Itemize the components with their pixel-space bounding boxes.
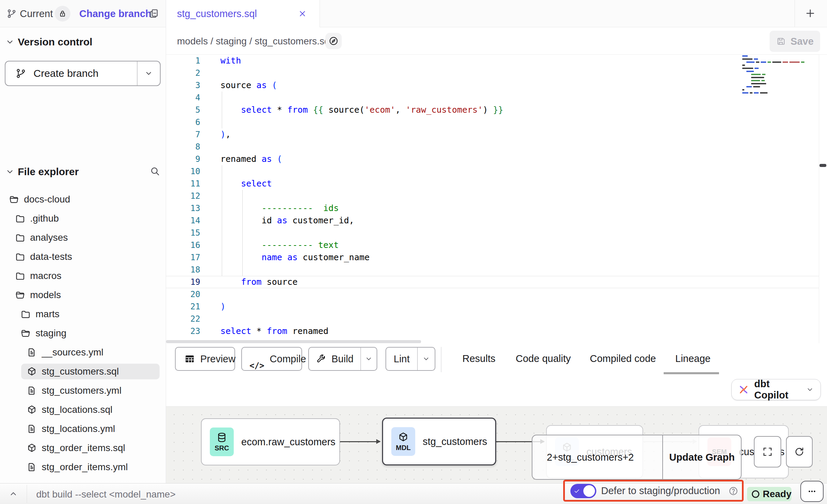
file-tree-item--github[interactable]: .github bbox=[0, 209, 166, 228]
code-line-10: 10 bbox=[166, 165, 827, 178]
new-tab-plus-icon[interactable] bbox=[804, 8, 816, 19]
compile-button[interactable]: </> Compile bbox=[241, 347, 302, 371]
lock-icon bbox=[58, 9, 67, 18]
file-tree-item-stg-locations-yml[interactable]: stg_locations.yml bbox=[0, 419, 166, 438]
tree-item-label: .github bbox=[30, 213, 59, 224]
lint-button[interactable]: Lint bbox=[385, 347, 435, 371]
line-number: 20 bbox=[166, 288, 200, 300]
file-tree-item-staging[interactable]: staging bbox=[0, 324, 166, 343]
cube-icon bbox=[27, 405, 37, 415]
file-tree-item-marts[interactable]: marts bbox=[0, 305, 166, 324]
defer-toggle[interactable] bbox=[570, 484, 596, 498]
line-number: 19 bbox=[166, 276, 200, 288]
cli-command-input[interactable]: dbt build --select <model_name> bbox=[36, 489, 176, 500]
file-tree-item--sources-yml[interactable]: __sources.yml bbox=[0, 343, 166, 362]
create-branch-dropdown[interactable] bbox=[137, 61, 160, 85]
chevron-down-icon bbox=[145, 69, 153, 78]
code-text: select * from renamed bbox=[220, 325, 328, 337]
preview-button[interactable]: Preview bbox=[175, 347, 235, 371]
version-control-collapse-icon[interactable] bbox=[5, 38, 14, 46]
code-line-20: 20 bbox=[166, 288, 827, 300]
code-text: ---------- text bbox=[220, 239, 339, 251]
close-icon[interactable] bbox=[298, 9, 307, 18]
tree-item-label: stg_locations.yml bbox=[42, 424, 115, 434]
line-number: 22 bbox=[166, 313, 200, 325]
code-text: id as customer_id, bbox=[220, 214, 354, 227]
file-tree-item-stg-customers-yml[interactable]: stg_customers.yml bbox=[0, 381, 166, 400]
file-tree-item-data-tests[interactable]: data-tests bbox=[0, 247, 166, 266]
code-editor[interactable]: 1with23source as (45 select * from {{ so… bbox=[166, 55, 827, 345]
tab-stg-customers-sql[interactable]: stg_customers.sql bbox=[166, 0, 320, 27]
minimap-row bbox=[742, 92, 819, 94]
code-line-15: 15 bbox=[166, 227, 827, 239]
file-tree-item-stg-customers-sql[interactable]: stg_customers.sql bbox=[0, 362, 166, 381]
tab-results[interactable]: Results bbox=[462, 353, 496, 364]
code-line-11: 11 select bbox=[166, 178, 827, 190]
editor-toolbar: Preview </> Compile Build Lint ResultsCo… bbox=[166, 345, 827, 376]
refresh-button[interactable] bbox=[786, 436, 813, 467]
dbt-copilot-button[interactable]: dbt Copilot bbox=[731, 379, 821, 400]
tab-compiled-code[interactable]: Compiled code bbox=[590, 353, 656, 364]
code-line-8: 8 bbox=[166, 141, 827, 153]
code-line-12: 12 bbox=[166, 190, 827, 202]
lint-label: Lint bbox=[394, 353, 410, 365]
code-text: select bbox=[220, 178, 272, 190]
line-number: 15 bbox=[166, 227, 200, 239]
more-options-button[interactable] bbox=[800, 481, 824, 502]
lint-dropdown[interactable] bbox=[417, 348, 435, 370]
lineage-edge bbox=[340, 441, 380, 442]
line-number: 8 bbox=[166, 141, 200, 153]
build-dropdown[interactable] bbox=[361, 348, 377, 370]
git-branch-icon bbox=[7, 9, 16, 18]
preview-label: Preview bbox=[200, 353, 235, 365]
fullscreen-button[interactable] bbox=[754, 436, 781, 467]
lineage-node-stg-customers[interactable]: MDL stg_customers bbox=[382, 418, 496, 465]
file-tree-item-analyses[interactable]: analyses bbox=[0, 228, 166, 247]
defer-annotation-box: Defer to staging/production bbox=[563, 480, 744, 502]
table-icon bbox=[185, 354, 195, 364]
line-number: 7 bbox=[166, 128, 200, 141]
toolbar-divider bbox=[441, 347, 442, 372]
code-line-1: 1with bbox=[166, 55, 827, 67]
search-icon[interactable] bbox=[150, 166, 160, 176]
vertical-scrollbar-thumb[interactable] bbox=[819, 164, 826, 167]
code-text: ---------- ids bbox=[220, 202, 339, 214]
tree-item-label: macros bbox=[30, 271, 62, 281]
create-branch-main[interactable]: Create branch bbox=[5, 61, 137, 85]
current-branch-label: Current bbox=[20, 8, 53, 19]
tab-lineage[interactable]: Lineage bbox=[675, 353, 710, 364]
update-graph-button[interactable]: Update Graph bbox=[663, 435, 741, 479]
save-button[interactable]: Save bbox=[770, 31, 820, 52]
build-button[interactable]: Build bbox=[308, 347, 377, 371]
file-tree-item-models[interactable]: models bbox=[0, 285, 166, 305]
folder-open-icon bbox=[15, 290, 25, 300]
line-number: 9 bbox=[166, 153, 200, 165]
line-number: 13 bbox=[166, 202, 200, 214]
folder-icon bbox=[15, 213, 25, 224]
code-line-7: 7), bbox=[166, 128, 827, 141]
tree-item-label: stg_order_items.sql bbox=[42, 443, 125, 453]
lineage-node-source[interactable]: SRC ecom.raw_customers bbox=[201, 418, 340, 465]
file-tree-item-macros[interactable]: macros bbox=[0, 266, 166, 285]
copilot-compass-badge[interactable] bbox=[325, 33, 342, 49]
file-tree-item-stg-order-items-sql[interactable]: stg_order_items.sql bbox=[0, 438, 166, 458]
code-line-17: 17 name as customer_name bbox=[166, 251, 827, 264]
chevron-up-icon[interactable] bbox=[9, 489, 18, 498]
file-tree-item-stg-locations-sql[interactable]: stg_locations.sql bbox=[0, 400, 166, 419]
version-control-title: Version control bbox=[18, 36, 92, 48]
node-label: ecom.raw_customers bbox=[241, 436, 336, 448]
help-icon[interactable] bbox=[728, 486, 738, 496]
file-tree-item-docs-cloud[interactable]: docs-cloud bbox=[0, 190, 166, 209]
copy-icon[interactable] bbox=[148, 8, 159, 19]
file-explorer-collapse-icon[interactable] bbox=[5, 167, 14, 176]
minimap[interactable] bbox=[742, 55, 819, 95]
create-branch-button[interactable]: Create branch bbox=[5, 61, 161, 86]
file-tree-item-stg-order-items-yml[interactable]: stg_order_items.yml bbox=[0, 458, 166, 477]
tab-code-quality[interactable]: Code quality bbox=[516, 353, 571, 364]
git-branch-icon bbox=[16, 68, 26, 79]
lineage-canvas[interactable]: SRC ecom.raw_customers MDL stg_customers… bbox=[166, 406, 827, 483]
line-number: 3 bbox=[166, 79, 200, 92]
horizontal-scrollbar-thumb[interactable] bbox=[166, 340, 421, 343]
change-branch-link[interactable]: Change branch bbox=[79, 8, 151, 19]
lineage-selector-input[interactable]: 2+stg_customers+2 bbox=[532, 435, 663, 479]
